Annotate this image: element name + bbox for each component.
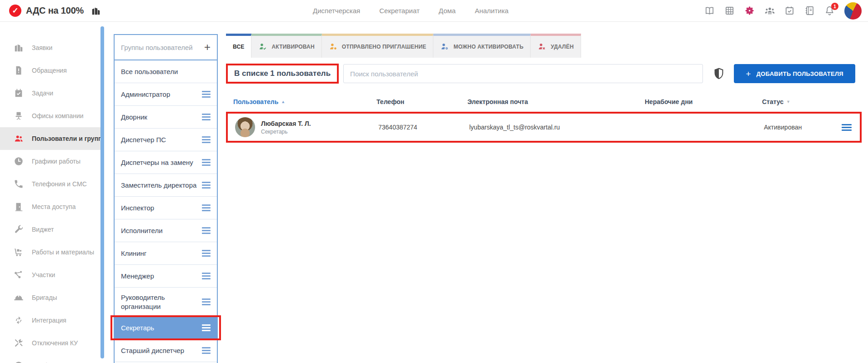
group-menu-icon[interactable] bbox=[202, 159, 211, 166]
user-invited-icon bbox=[329, 42, 338, 51]
sidebar-item-meters[interactable]: Приборы учёта bbox=[0, 354, 101, 363]
sidebar-item-works-materials[interactable]: Работы и материалы bbox=[0, 241, 101, 264]
nav-houses[interactable]: Дома bbox=[439, 7, 456, 15]
tab-label: МОЖНО АКТИВИРОВАТЬ bbox=[453, 44, 523, 50]
tab-can-activate[interactable]: МОЖНО АКТИВИРОВАТЬ bbox=[433, 34, 531, 58]
schedule-grid-icon[interactable] bbox=[724, 5, 735, 16]
sidebar-item-utility-shutdowns[interactable]: Отключения КУ bbox=[0, 332, 101, 354]
group-menu-icon[interactable] bbox=[202, 204, 211, 211]
sidebar-item-brigades[interactable]: Бригады bbox=[0, 286, 101, 309]
user-role: Секретарь bbox=[261, 129, 311, 135]
security-shield-button[interactable] bbox=[712, 67, 726, 80]
group-label: Все пользователи bbox=[121, 67, 178, 76]
group-menu-icon[interactable] bbox=[202, 114, 211, 120]
group-label: Клининг bbox=[121, 249, 146, 258]
sidebar-item-areas[interactable]: Участки bbox=[0, 264, 101, 286]
tab-deleted[interactable]: УДАЛЁН bbox=[531, 34, 581, 58]
sidebar-item-requests[interactable]: Заявки bbox=[0, 36, 101, 59]
office-chair-icon bbox=[14, 111, 24, 121]
group-item-cleaning[interactable]: Клининг bbox=[115, 242, 217, 265]
column-header-email: Электронная почта bbox=[460, 98, 637, 105]
group-menu-icon[interactable] bbox=[202, 324, 211, 331]
sidebar-item-offices[interactable]: Офисы компании bbox=[0, 104, 101, 127]
sidebar-item-users-groups[interactable]: Пользователи и группы bbox=[0, 127, 101, 150]
user-avatar[interactable] bbox=[844, 2, 862, 20]
group-label: Диспетчер ПС bbox=[121, 135, 166, 144]
user-name: Любарская Т. Л. bbox=[261, 120, 311, 127]
user-gear-icon bbox=[440, 42, 449, 51]
logo[interactable]: ✓ АДС на 100% bbox=[0, 5, 101, 17]
app-window: ✓ АДС на 100% Диспетчерская Секретариат … bbox=[0, 0, 868, 363]
add-group-button[interactable]: + bbox=[204, 42, 211, 53]
groups-panel-title: Группы пользователей bbox=[121, 44, 193, 51]
group-item-janitor[interactable]: Дворник bbox=[115, 106, 217, 129]
group-item-senior-dispatcher[interactable]: Старший диспетчер bbox=[115, 339, 217, 362]
user-email: lyubarskaya_tl_ts@roskvartal.ru bbox=[462, 124, 639, 131]
sidebar-item-telephony[interactable]: Телефония и СМС bbox=[0, 173, 101, 195]
logo-check-icon: ✓ bbox=[9, 5, 21, 17]
tab-activated[interactable]: АКТИВИРОВАН bbox=[251, 34, 321, 58]
group-item-inspector[interactable]: Инспектор bbox=[115, 197, 217, 219]
settings-gear-icon[interactable] bbox=[744, 5, 755, 16]
column-header-status[interactable]: Статус▼ bbox=[755, 98, 843, 105]
user-status: Активирован bbox=[757, 124, 834, 131]
group-item-replacement-dispatchers[interactable]: Диспетчеры на замену bbox=[115, 151, 217, 174]
tab-label: АКТИВИРОВАН bbox=[271, 44, 314, 50]
group-item-administrator[interactable]: Администратор bbox=[115, 83, 217, 106]
group-menu-icon[interactable] bbox=[202, 227, 211, 234]
group-item-manager[interactable]: Менеджер bbox=[115, 265, 217, 288]
group-item-deputy-director[interactable]: Заместитель директора bbox=[115, 174, 217, 197]
group-menu-icon[interactable] bbox=[202, 91, 211, 98]
group-item-dispatcher-ps[interactable]: Диспетчер ПС bbox=[115, 129, 217, 151]
sidebar-label: Виджет bbox=[32, 226, 54, 233]
buildings-icon bbox=[91, 6, 101, 16]
group-item-all-users[interactable]: Все пользователи bbox=[115, 60, 217, 83]
groups-panel-header: Группы пользователей + bbox=[115, 35, 217, 60]
knowledge-book-icon[interactable] bbox=[704, 5, 715, 16]
door-icon bbox=[14, 202, 24, 212]
nav-analytics[interactable]: Аналитика bbox=[475, 7, 508, 15]
sidebar-label: Работы и материалы bbox=[32, 249, 94, 256]
search-input[interactable] bbox=[343, 64, 703, 83]
notifications-bell-icon[interactable]: 1 bbox=[824, 5, 835, 16]
nav-secretariat[interactable]: Секретариат bbox=[379, 7, 420, 15]
sidebar-scrollbar[interactable] bbox=[100, 26, 104, 358]
group-menu-icon[interactable] bbox=[202, 250, 211, 257]
tab-all[interactable]: ВСЕ bbox=[226, 34, 251, 58]
calendar-check-icon[interactable] bbox=[784, 5, 795, 16]
network-icon bbox=[14, 270, 24, 280]
group-label: Старший диспетчер bbox=[121, 346, 184, 355]
row-menu-icon[interactable] bbox=[842, 124, 852, 131]
group-item-organization-head[interactable]: Руководитель организации bbox=[115, 288, 217, 317]
sidebar-item-integration[interactable]: Интеграция bbox=[0, 309, 101, 332]
group-menu-icon[interactable] bbox=[202, 298, 211, 305]
column-header-phone: Телефон bbox=[369, 98, 460, 105]
row-avatar bbox=[235, 117, 255, 137]
group-item-secretary[interactable]: Секретарь bbox=[115, 317, 217, 339]
sidebar-item-appeals[interactable]: Обращения bbox=[0, 59, 101, 82]
nav-dispatching[interactable]: Диспетчерская bbox=[313, 7, 360, 15]
user-count-text: В списке 1 пользователь bbox=[228, 65, 337, 82]
wrench-icon bbox=[14, 224, 24, 234]
users-icon bbox=[14, 134, 24, 144]
users-group-icon[interactable] bbox=[764, 5, 775, 16]
group-menu-icon[interactable] bbox=[202, 273, 211, 279]
group-item-executors[interactable]: Исполнители bbox=[115, 219, 217, 242]
directory-icon[interactable] bbox=[804, 5, 815, 16]
sidebar-item-tasks[interactable]: Задачи bbox=[0, 82, 101, 104]
column-header-user[interactable]: Пользователь▲ bbox=[226, 98, 369, 105]
group-label: Инспектор bbox=[121, 204, 154, 213]
main-content: ВСЕ АКТИВИРОВАН ОТПРАВЛЕНО ПРИГЛАШЕНИЕ М… bbox=[226, 22, 868, 363]
group-menu-icon[interactable] bbox=[202, 182, 211, 189]
table-row[interactable]: Любарская Т. Л. Секретарь 73640387274 ly… bbox=[228, 114, 860, 141]
sidebar-item-access-places[interactable]: Места доступа bbox=[0, 195, 101, 218]
group-menu-icon[interactable] bbox=[202, 136, 211, 143]
sidebar-item-work-schedules[interactable]: Графики работы bbox=[0, 150, 101, 173]
tools-icon bbox=[14, 338, 24, 348]
helmet-icon bbox=[14, 293, 24, 303]
sidebar-label: Интеграция bbox=[32, 317, 66, 324]
tab-invitation-sent[interactable]: ОТПРАВЛЕНО ПРИГЛАШЕНИЕ bbox=[322, 34, 434, 58]
group-menu-icon[interactable] bbox=[202, 347, 211, 354]
sidebar-item-widget[interactable]: Виджет bbox=[0, 218, 101, 241]
add-user-button[interactable]: + ДОБАВИТЬ ПОЛЬЗОВАТЕЛЯ bbox=[734, 64, 855, 83]
